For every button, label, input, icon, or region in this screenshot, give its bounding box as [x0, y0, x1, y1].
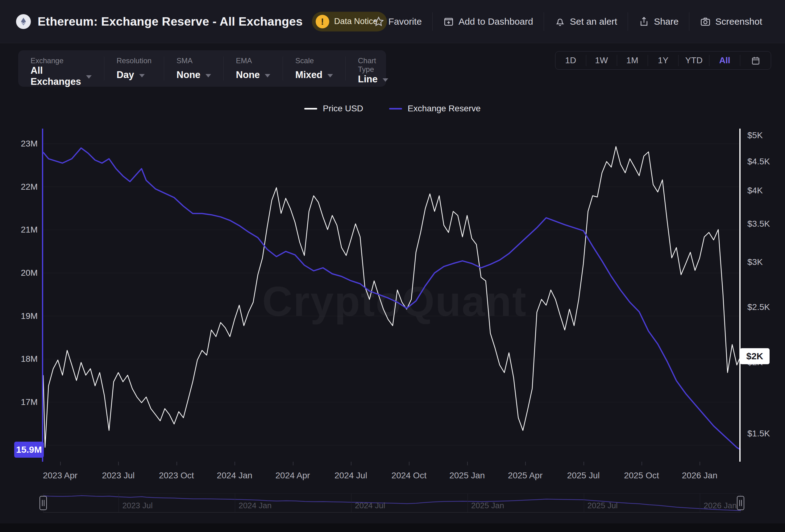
- x-axis-tick-mark: [467, 462, 468, 466]
- x-axis-tick: 2023 Oct: [159, 471, 194, 480]
- ethereum-logo-icon: [16, 14, 31, 29]
- x-axis-tick-mark: [409, 462, 409, 466]
- x-axis-tick: 2024 Oct: [391, 471, 427, 480]
- navigator-gridline: [700, 494, 700, 513]
- scale-filter-label: Scale: [295, 56, 333, 65]
- x-axis-tick: 2023 Jul: [102, 471, 134, 480]
- x-axis-tick-mark: [177, 462, 177, 466]
- chart-type-filter-label: Chart Type: [358, 56, 388, 74]
- x-axis-tick: 2025 Apr: [508, 471, 542, 480]
- x-axis-tick: 2025 Jul: [567, 471, 600, 480]
- legend-price-usd[interactable]: Price USD: [304, 104, 363, 113]
- navigator-gridline: [119, 494, 119, 513]
- x-axis-tick-mark: [293, 462, 294, 466]
- left-axis-tick: 20M: [0, 268, 37, 278]
- ema-filter[interactable]: EMA None: [223, 56, 283, 80]
- chart-legend: Price USD Exchange Reserve: [0, 104, 785, 113]
- range-ytd-button[interactable]: YTD: [678, 55, 709, 66]
- scale-filter-value: Mixed: [295, 70, 323, 80]
- dashboard-add-icon: [443, 16, 454, 27]
- navigator-tick: 2025 Jul: [587, 501, 618, 510]
- chevron-down-icon: [86, 75, 92, 79]
- right-axis-tick: $3.5K: [748, 219, 770, 229]
- sma-filter-label: SMA: [177, 56, 211, 65]
- add-to-dashboard-label: Add to Dashboard: [458, 16, 533, 27]
- left-axis-tick: 18M: [0, 354, 37, 364]
- x-axis-tick-mark: [234, 462, 235, 466]
- time-range-group: 1D 1W 1M 1Y YTD All: [555, 51, 771, 70]
- navigator-left-handle[interactable]: [40, 496, 47, 510]
- left-axis-tick: 22M: [0, 182, 37, 192]
- header-bar: Ethereum: Exchange Reserve - All Exchang…: [0, 0, 785, 43]
- star-icon: [373, 16, 384, 27]
- x-axis-tick: 2025 Jan: [449, 471, 485, 480]
- resolution-filter-label: Resolution: [117, 56, 152, 65]
- sma-filter-value: None: [177, 70, 201, 80]
- chart-type-filter-value: Line: [358, 74, 378, 85]
- navigator-tick: 2023 Jul: [122, 501, 152, 510]
- right-axis-line: [739, 129, 740, 462]
- right-axis-tick: $1.5K: [748, 429, 770, 438]
- x-axis-tick-mark: [525, 462, 526, 466]
- navigator-tick: 2025 Jan: [471, 501, 504, 510]
- left-axis-tick: 17M: [0, 397, 37, 407]
- right-axis-tick: $3K: [748, 257, 763, 267]
- x-axis-tick-mark: [583, 462, 584, 466]
- chevron-down-icon: [205, 74, 211, 77]
- exchange-filter[interactable]: Exchange All Exchanges: [18, 56, 104, 80]
- x-axis-tick-mark: [60, 462, 61, 466]
- page: Ethereum: Exchange Reserve - All Exchang…: [0, 0, 785, 532]
- favorite-button[interactable]: Favorite: [362, 12, 432, 31]
- x-axis-tick-mark: [641, 462, 642, 466]
- ema-filter-value: None: [236, 70, 260, 80]
- screenshot-button[interactable]: Screenshot: [689, 12, 773, 31]
- filter-panel: Exchange All Exchanges Resolution Day SM…: [18, 50, 386, 87]
- resolution-filter[interactable]: Resolution Day: [104, 56, 164, 80]
- navigator-tick: 2024 Jul: [355, 501, 385, 510]
- range-1m-button[interactable]: 1M: [617, 55, 648, 66]
- scale-filter[interactable]: Scale Mixed: [283, 56, 345, 80]
- x-axis-tick: 2024 Apr: [276, 471, 310, 480]
- reserve-last-value-flag: 15.9M: [14, 442, 44, 458]
- right-axis-tick: $4K: [748, 186, 763, 195]
- sma-filter[interactable]: SMA None: [164, 56, 223, 80]
- right-axis-tick: $2.5K: [748, 302, 770, 312]
- x-axis-tick: 2026 Jan: [682, 471, 717, 480]
- x-axis-tick: 2024 Jul: [334, 471, 367, 480]
- x-axis-tick: 2023 Apr: [43, 471, 77, 480]
- range-1w-button[interactable]: 1W: [586, 55, 617, 66]
- set-alert-button[interactable]: Set an alert: [544, 12, 628, 31]
- navigator-gridline: [235, 494, 235, 513]
- navigator-tick: 2026 Jan: [704, 501, 737, 510]
- navigator-tick: 2024 Jan: [238, 501, 272, 510]
- share-button[interactable]: Share: [628, 12, 689, 31]
- page-title: Ethereum: Exchange Reserve - All Exchang…: [37, 15, 303, 28]
- camera-icon: [700, 16, 711, 27]
- price-last-value-flag: $2K: [740, 348, 769, 364]
- favorite-label: Favorite: [388, 16, 422, 27]
- bell-icon: [555, 16, 565, 27]
- range-all-button[interactable]: All: [709, 55, 740, 66]
- range-navigator[interactable]: 2023 Jul2024 Jan2024 Jul2025 Jan2025 Jul…: [43, 494, 740, 512]
- calendar-icon: [751, 55, 761, 65]
- range-1y-button[interactable]: 1Y: [648, 55, 679, 66]
- calendar-range-button[interactable]: [740, 55, 771, 66]
- x-axis-tick: 2024 Jan: [217, 471, 252, 480]
- range-1d-button[interactable]: 1D: [555, 55, 586, 66]
- chart-type-filter[interactable]: Chart Type Line: [345, 56, 401, 80]
- exchange-filter-label: Exchange: [30, 56, 92, 65]
- chevron-down-icon: [265, 74, 270, 77]
- resolution-filter-value: Day: [117, 70, 134, 80]
- navigator-right-handle[interactable]: [737, 496, 744, 510]
- navigator-gridline: [467, 494, 468, 513]
- set-alert-label: Set an alert: [570, 16, 617, 27]
- legend-reserve-label: Exchange Reserve: [408, 104, 481, 113]
- navigator-gridline: [351, 494, 352, 513]
- chevron-down-icon: [383, 78, 388, 82]
- price-line-swatch: [304, 108, 317, 109]
- right-axis-tick: $2K: [748, 357, 763, 367]
- chevron-down-icon: [327, 74, 333, 77]
- left-axis-tick: 23M: [0, 139, 37, 149]
- legend-exchange-reserve[interactable]: Exchange Reserve: [389, 104, 481, 113]
- add-to-dashboard-button[interactable]: Add to Dashboard: [432, 12, 544, 31]
